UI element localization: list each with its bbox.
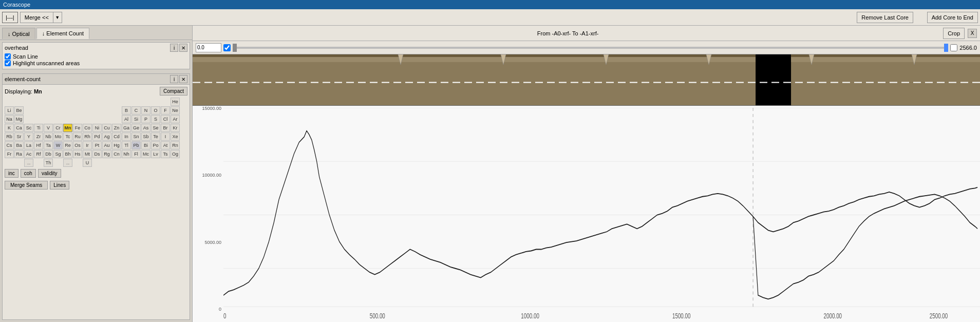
pt-Rn[interactable]: Rn — [171, 141, 180, 149]
pt-Li[interactable]: Li — [5, 106, 14, 115]
pt-Ga[interactable]: Ga — [122, 124, 131, 132]
pt-Mn[interactable]: Mn — [63, 124, 72, 132]
pt-Bi[interactable]: Bi — [141, 141, 150, 149]
range-checkbox[interactable] — [223, 44, 231, 51]
pt-Sg[interactable]: Sg — [53, 150, 63, 158]
pt-Hs[interactable]: Hs — [73, 150, 82, 158]
add-core-end-button[interactable]: Add Core to End — [927, 12, 978, 23]
pt-Sc[interactable]: Sc — [24, 124, 33, 132]
pt-At[interactable]: At — [161, 141, 170, 149]
pt-Ne[interactable]: Ne — [171, 106, 180, 115]
merge-seams-button[interactable]: Merge Seams — [5, 181, 48, 190]
pt-Cr[interactable]: Cr — [53, 124, 63, 132]
tab-optical[interactable]: ↓ Optical — [2, 28, 35, 39]
pt-U[interactable]: U — [83, 159, 92, 167]
pt-Os[interactable]: Os — [73, 141, 82, 149]
pt-Nh[interactable]: Nh — [122, 150, 131, 158]
pt-Pd[interactable]: Pd — [92, 132, 102, 141]
pt-Fl[interactable]: Fl — [131, 150, 141, 158]
pt-Zn[interactable]: Zn — [112, 124, 121, 132]
pt-V[interactable]: V — [44, 124, 53, 132]
pt-Rf[interactable]: Rf — [34, 150, 43, 158]
range-thumb-right[interactable] — [944, 44, 948, 52]
lines-button[interactable]: Lines — [50, 181, 69, 190]
pt-Fe[interactable]: Fe — [73, 124, 82, 132]
pt-Bh[interactable]: Bh — [63, 150, 72, 158]
range-slider-container[interactable] — [233, 44, 948, 52]
remove-last-core-button[interactable]: Remove Last Core — [857, 12, 913, 23]
pt-Mo[interactable]: Mo — [53, 132, 63, 141]
highlight-unscanned-checkbox[interactable] — [5, 60, 11, 66]
filter-validity-button[interactable]: validity — [38, 169, 61, 178]
pt-F[interactable]: F — [161, 106, 170, 115]
pt-Hf[interactable]: Hf — [34, 141, 43, 149]
pt-Ti[interactable]: Ti — [34, 124, 43, 132]
pt-Co[interactable]: Co — [83, 124, 92, 132]
pt-Ta[interactable]: Ta — [44, 141, 53, 149]
range-thumb-left[interactable] — [233, 44, 237, 52]
pt-Xe[interactable]: Xe — [171, 132, 180, 141]
pt-Sb[interactable]: Sb — [141, 132, 150, 141]
pt-Cd[interactable]: Cd — [112, 132, 121, 141]
pt-Br[interactable]: Br — [161, 124, 170, 132]
scan-line-checkbox[interactable] — [5, 53, 11, 60]
tab-element-count[interactable]: ↓ Element Count — [36, 28, 89, 39]
pt-Au[interactable]: Au — [102, 141, 111, 149]
pt-Rg[interactable]: Rg — [102, 150, 111, 158]
pt-Lv[interactable]: Lv — [151, 150, 160, 158]
pt-Ra[interactable]: Ra — [14, 150, 24, 158]
pt-Ts[interactable]: Ts — [161, 150, 170, 158]
overhead-pin-button[interactable]: i — [170, 44, 178, 52]
pt-Ds[interactable]: Ds — [92, 150, 102, 158]
filter-coh-button[interactable]: coh — [21, 169, 36, 178]
pt-Kr[interactable]: Kr — [171, 124, 180, 132]
pt-Rb[interactable]: Rb — [5, 132, 14, 141]
merge-button[interactable]: Merge << — [20, 12, 53, 23]
merge-dropdown-button[interactable]: ▼ — [53, 12, 62, 23]
compact-button[interactable]: Compact — [160, 87, 187, 96]
range-right-checkbox[interactable] — [950, 44, 957, 51]
pt-Mt[interactable]: Mt — [83, 150, 92, 158]
pt-As[interactable]: As — [141, 124, 150, 132]
pt-P[interactable]: P — [141, 115, 150, 123]
pt-Na[interactable]: Na — [5, 115, 14, 123]
pt-Ge[interactable]: Ge — [131, 124, 141, 132]
pt-Nb[interactable]: Nb — [44, 132, 53, 141]
pt-Ac[interactable]: Ac — [24, 150, 33, 158]
pt-B[interactable]: B — [122, 106, 131, 115]
pt-Sr[interactable]: Sr — [14, 132, 24, 141]
pt-Db[interactable]: Db — [44, 150, 53, 158]
pt-In[interactable]: In — [122, 132, 131, 141]
pt-Rh[interactable]: Rh — [83, 132, 92, 141]
pt-Be[interactable]: Be — [14, 106, 24, 115]
pt-Ag[interactable]: Ag — [102, 132, 111, 141]
pt-Cn[interactable]: Cn — [112, 150, 121, 158]
pt-S[interactable]: S — [151, 115, 160, 123]
pt-Th[interactable]: Th — [44, 159, 53, 167]
pt-Po[interactable]: Po — [151, 141, 160, 149]
pt-Og[interactable]: Og — [171, 150, 180, 158]
pt-Re[interactable]: Re — [63, 141, 72, 149]
pt-I[interactable]: I — [161, 132, 170, 141]
pt-Ni[interactable]: Ni — [92, 124, 102, 132]
crop-button-toolbar[interactable]: Crop — [943, 28, 965, 39]
pt-C[interactable]: C — [131, 106, 141, 115]
pt-K[interactable]: K — [5, 124, 14, 132]
pt-Ar[interactable]: Ar — [171, 115, 180, 123]
pt-O[interactable]: O — [151, 106, 160, 115]
range-left-input[interactable] — [196, 43, 221, 52]
pt-Pb[interactable]: Pb — [131, 141, 141, 149]
pt-Ba[interactable]: Ba — [14, 141, 24, 149]
pt-Mg[interactable]: Mg — [14, 115, 24, 123]
pt-Hg[interactable]: Hg — [112, 141, 121, 149]
pt-Pt[interactable]: Pt — [92, 141, 102, 149]
pt-Tl[interactable]: Tl — [122, 141, 131, 149]
pt-Al[interactable]: Al — [122, 115, 131, 123]
pt-Si[interactable]: Si — [131, 115, 141, 123]
pt-He[interactable]: He — [171, 98, 180, 106]
filter-inc-button[interactable]: inc — [5, 169, 18, 178]
pt-Se[interactable]: Se — [151, 124, 160, 132]
ec-pin-button[interactable]: i — [170, 75, 178, 83]
pt-Cs[interactable]: Cs — [5, 141, 14, 149]
pt-W[interactable]: W — [53, 141, 63, 149]
